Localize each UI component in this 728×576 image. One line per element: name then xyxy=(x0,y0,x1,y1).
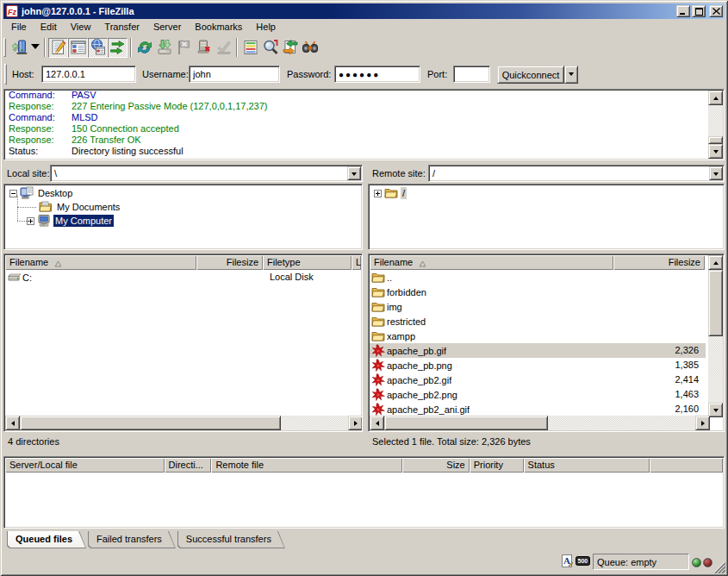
message-log-button[interactable] xyxy=(48,38,68,58)
menu-item-bookmarks[interactable]: Bookmarks xyxy=(188,20,249,34)
expand-plus-icon[interactable] xyxy=(374,190,382,197)
sync-browsing-button[interactable] xyxy=(280,38,300,58)
process-queue-button[interactable] xyxy=(154,38,174,58)
log-scroll-thumb[interactable] xyxy=(708,136,723,144)
file-row-apache-pb2-png[interactable]: apache_pb2.png1,463 xyxy=(370,387,706,402)
file-row-apache-pb-png[interactable]: apache_pb.png1,385 xyxy=(370,358,706,373)
menu-item-edit[interactable]: Edit xyxy=(34,20,64,34)
speed-limit-icon[interactable]: 500 xyxy=(576,556,590,567)
host-input[interactable]: 127.0.0.1 xyxy=(41,66,136,83)
file-row-forbidden[interactable]: forbidden xyxy=(370,285,706,299)
queue-column-priority[interactable]: Priority xyxy=(470,458,524,473)
column-header-l[interactable]: L xyxy=(352,255,361,270)
column-header-filename[interactable]: Filename xyxy=(370,255,613,270)
find-button[interactable] xyxy=(300,38,320,58)
cell-filesize: 1,385 xyxy=(614,358,706,373)
queue-column-directi-[interactable]: Directi... xyxy=(165,458,212,473)
quickconnect-dropdown[interactable] xyxy=(564,66,578,84)
collapse-minus-icon[interactable] xyxy=(9,190,17,197)
file-row-apache-pb2-gif[interactable]: apache_pb2.gif2,414 xyxy=(370,373,706,387)
site-manager-dropdown[interactable] xyxy=(29,38,41,58)
scroll-thumb[interactable] xyxy=(384,416,548,430)
menu-item-file[interactable]: File xyxy=(4,20,34,34)
ascii-type-icon[interactable]: A xyxy=(560,554,574,570)
file-row--[interactable]: .. xyxy=(370,270,706,285)
tree-item-my-documents[interactable]: My Documents xyxy=(4,200,362,214)
file-row-restricted[interactable]: restricted xyxy=(370,314,706,329)
port-input[interactable] xyxy=(453,66,490,83)
password-input[interactable]: ●●●●●● xyxy=(334,66,420,83)
scroll-track[interactable] xyxy=(548,416,695,430)
log-scroll-down[interactable] xyxy=(708,144,723,159)
tab-queued-files[interactable]: Queued files xyxy=(7,531,86,548)
queue-column-blank[interactable] xyxy=(650,458,723,473)
site-manager-button[interactable] xyxy=(9,38,29,58)
close-button[interactable] xyxy=(709,5,723,17)
cell-filename: .. xyxy=(370,270,614,285)
scroll-down[interactable] xyxy=(708,403,723,417)
scroll-right[interactable] xyxy=(348,416,363,430)
log-scroll-up[interactable] xyxy=(708,91,723,105)
file-row-apache-pb2-ani-gif[interactable]: apache_pb2_ani.gif2,160 xyxy=(370,402,706,416)
column-header-filesize[interactable]: Filesize xyxy=(196,255,263,270)
scroll-right[interactable] xyxy=(695,416,710,430)
tree-item--[interactable]: / xyxy=(369,186,724,200)
file-row-c-[interactable]: C:Local Disk xyxy=(5,270,363,285)
image-file-icon xyxy=(371,403,385,416)
window-title: john@127.0.0.1 - FileZilla xyxy=(22,6,675,16)
local-site-combo[interactable]: \ xyxy=(50,165,363,182)
refresh-button[interactable] xyxy=(134,38,154,58)
queue-view-button[interactable] xyxy=(108,38,128,58)
scroll-track[interactable] xyxy=(281,416,348,430)
local-site-combo-arrow[interactable] xyxy=(347,166,361,180)
log-scroll-track[interactable] xyxy=(708,105,723,136)
queue-column-remote-file[interactable]: Remote file xyxy=(211,458,401,473)
compare-button[interactable] xyxy=(260,38,280,58)
queue-column-size[interactable]: Size xyxy=(402,458,470,473)
local-tree-button[interactable] xyxy=(68,38,88,58)
menu-item-transfer[interactable]: Transfer xyxy=(97,20,146,34)
filter-button[interactable] xyxy=(240,38,260,58)
remote-site-combo-arrow[interactable] xyxy=(709,166,723,180)
queue-status-text: Queue: empty xyxy=(597,557,656,567)
cancel-icon xyxy=(176,39,193,56)
scroll-left[interactable] xyxy=(370,416,384,430)
scroll-left[interactable] xyxy=(5,416,20,430)
reconnect-button[interactable] xyxy=(214,38,233,58)
scroll-up[interactable] xyxy=(708,255,723,270)
cancel-button[interactable] xyxy=(174,38,194,58)
maximize-button[interactable] xyxy=(692,5,706,17)
file-row-xampp[interactable]: xampp xyxy=(370,329,706,343)
menu-item-help[interactable]: Help xyxy=(249,20,283,34)
menu-item-server[interactable]: Server xyxy=(146,20,188,34)
menu-item-view[interactable]: View xyxy=(64,20,98,34)
scroll-thumb[interactable] xyxy=(708,270,723,336)
tree-item-my-computer[interactable]: My Computer xyxy=(4,214,362,228)
column-header-filesize[interactable]: Filesize xyxy=(613,255,705,270)
file-row-img[interactable]: img xyxy=(370,299,706,314)
scroll-track[interactable] xyxy=(708,336,723,403)
log-line-label: Response: xyxy=(9,101,72,112)
disconnect-button[interactable] xyxy=(194,38,214,58)
resize-grip[interactable] xyxy=(713,561,725,573)
cell-filesize: 2,326 xyxy=(614,343,706,358)
username-input[interactable]: john xyxy=(189,66,280,83)
queue-column-server-local-file[interactable]: Server/Local file xyxy=(5,458,165,473)
file-row-apache-pb-gif[interactable]: apache_pb.gif2,326 xyxy=(370,343,706,358)
file-name-text: .. xyxy=(387,271,392,285)
tab-failed-transfers[interactable]: Failed transfers xyxy=(88,531,176,548)
scroll-thumb[interactable] xyxy=(20,416,281,430)
column-header-filename[interactable]: Filename xyxy=(5,255,196,270)
queue-column-status[interactable]: Status xyxy=(524,458,650,473)
tree-item-label: / xyxy=(401,187,407,199)
quickconnect-gripper[interactable] xyxy=(4,64,7,85)
tab-successful-transfers[interactable]: Successful transfers xyxy=(177,531,285,548)
minimize-button[interactable] xyxy=(676,5,690,17)
local-status: 4 directories xyxy=(3,434,363,450)
quickconnect-button[interactable]: Quickconnect xyxy=(497,66,564,84)
remote-site-combo[interactable]: / xyxy=(428,165,725,182)
column-header-filetype[interactable]: Filetype xyxy=(263,255,352,270)
toolbar-gripper[interactable] xyxy=(3,38,6,57)
tree-item-desktop[interactable]: Desktop xyxy=(4,186,362,200)
remote-tree-button[interactable] xyxy=(88,38,108,58)
